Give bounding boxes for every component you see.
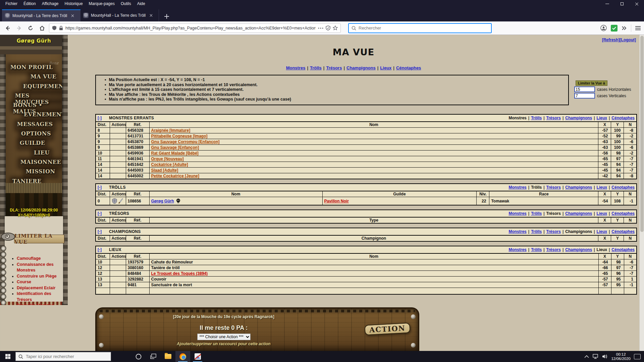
menu-aide[interactable]: Aide xyxy=(135,1,148,7)
firefox-taskbar-button[interactable] xyxy=(175,351,190,362)
link-lieux[interactable]: Lieux xyxy=(597,229,607,234)
menu-marque-pages[interactable]: Marque-pages xyxy=(86,1,117,7)
monster-link[interactable]: Gnu Sauvage [Enfançon] xyxy=(151,145,199,150)
link-lieux[interactable]: Lieux xyxy=(597,116,607,120)
sidebar-item-options[interactable]: OPTIONS xyxy=(19,130,53,139)
nav-champignons[interactable]: Champignons xyxy=(346,65,376,70)
link-lieux[interactable]: Lieux xyxy=(597,211,607,216)
link-monstres[interactable]: Monstres xyxy=(508,185,526,190)
tab-close-icon[interactable] xyxy=(149,13,153,18)
home-icon[interactable] xyxy=(38,24,46,33)
forward-icon[interactable] xyxy=(15,24,23,33)
notification-center-icon[interactable] xyxy=(634,354,641,359)
taskbar-search-input[interactable] xyxy=(26,354,103,359)
link-cenotaphes[interactable]: Cénotaphes xyxy=(611,116,635,120)
task-view-button[interactable] xyxy=(146,351,161,362)
sidebar-item-mes-mouches[interactable]: MES MOUCHES xyxy=(13,92,62,102)
shortcut-course[interactable]: Course xyxy=(17,279,63,285)
monster-link[interactable]: Gnu Sauvage Corrompu [Enfançon] xyxy=(151,139,220,144)
nav-trolls[interactable]: Trölls xyxy=(310,65,322,70)
bookmark-star-icon[interactable] xyxy=(333,25,338,31)
monster-link[interactable]: Cockatrice [Adulte] xyxy=(151,162,188,167)
back-icon[interactable] xyxy=(3,24,12,33)
sword-action-icon[interactable] xyxy=(118,198,123,204)
sidebar-item-bonus-malus[interactable]: BONUS • MALUS xyxy=(11,102,62,111)
guild-link[interactable]: Pavillon Noir xyxy=(324,199,349,203)
troll-link[interactable]: Gørøg Gürh xyxy=(151,199,174,203)
collapse-treasures-link[interactable]: [-] xyxy=(98,211,102,216)
link-trolls[interactable]: Trölls xyxy=(531,211,542,216)
sidebar-item-evenements[interactable]: EVENEMENTS xyxy=(22,111,68,120)
nav-tresors[interactable]: Trésors xyxy=(326,65,342,70)
shortcut-identification-des-tresors[interactable]: Identification des Trésors xyxy=(17,291,63,303)
tab-close-icon[interactable] xyxy=(70,13,75,18)
sidebar-item-equipement[interactable]: EQUIPEMENT xyxy=(21,83,68,92)
nav-lieux[interactable]: Lieux xyxy=(380,65,391,70)
extension-check-icon[interactable] xyxy=(611,25,618,32)
shield-icon[interactable] xyxy=(52,25,57,31)
shortcut-camouflage[interactable]: Camouflage xyxy=(17,256,63,262)
link-tresors[interactable]: Trésors xyxy=(546,247,561,252)
shortcut-construire-un-piege[interactable]: Construire un Piège xyxy=(17,274,63,280)
shortcut-projectile-magique[interactable]: Projectile Magique xyxy=(17,303,63,305)
shortcut-connaissance-des-monstres[interactable]: Connaissance des Monstres xyxy=(17,262,63,274)
link-cenotaphes[interactable]: Cénotaphes xyxy=(611,211,635,216)
link-monstres[interactable]: Monstres xyxy=(508,229,526,234)
search-input[interactable] xyxy=(359,25,479,31)
link-tresors[interactable]: Trésors xyxy=(546,229,561,234)
menu-outils[interactable]: Outils xyxy=(118,1,134,7)
maximize-icon[interactable] xyxy=(614,0,629,7)
menu-historique[interactable]: Historique xyxy=(62,1,86,7)
sidebar-item-messages[interactable]: MESSAGES xyxy=(15,121,55,130)
shortcut-edit-link[interactable]: Ajouter/supprimer un raccourci pour cett… xyxy=(116,342,331,346)
link-tresors[interactable]: Trésors xyxy=(546,185,561,190)
link-champignons[interactable]: Champignons xyxy=(565,185,592,190)
sidebar-item-guilde[interactable]: GUILDE xyxy=(18,139,47,149)
reload-icon[interactable] xyxy=(26,24,35,33)
place-link[interactable]: Le Troquet des Toqués (3894) xyxy=(151,271,208,276)
image-viewer-taskbar-button[interactable] xyxy=(190,351,205,362)
monster-link[interactable]: Pititabeille Cogneuse [Imago] xyxy=(151,134,208,138)
menu-fichier[interactable]: Fichier xyxy=(3,1,20,7)
action-button[interactable]: ACTION xyxy=(364,322,410,335)
link-lieux[interactable]: Lieux xyxy=(597,185,607,190)
monster-link[interactable]: Araignée [Immature] xyxy=(151,128,191,133)
file-explorer-button[interactable] xyxy=(161,351,175,362)
menu-affichage[interactable]: Affichage xyxy=(39,1,61,7)
account-icon[interactable] xyxy=(600,25,607,31)
monster-link[interactable]: Rat Géant Malade [Bébé] xyxy=(151,151,199,156)
monster-link[interactable]: Petite Cockatrice [Jeune] xyxy=(151,174,199,178)
link-trolls[interactable]: Trölls xyxy=(531,247,542,252)
monster-link[interactable]: Orque [Nouveau] xyxy=(151,157,184,161)
link-monstres[interactable]: Monstres xyxy=(508,247,526,252)
menu-edition[interactable]: Édition xyxy=(21,1,39,7)
limiter-la-vue-banner[interactable]: LIMITER LA VUE xyxy=(14,235,64,243)
link-champignons[interactable]: Champignons xyxy=(565,116,592,120)
collapse-trolls-link[interactable]: [-] xyxy=(98,185,102,190)
link-champignons[interactable]: Champignons xyxy=(565,211,592,216)
sidebar-item-mon-profil[interactable]: MON PROFIL xyxy=(8,64,55,73)
link-cenotaphes[interactable]: Cénotaphes xyxy=(611,247,635,252)
logout-link[interactable]: [Logout] xyxy=(620,38,636,42)
volume-icon[interactable] xyxy=(602,354,608,359)
start-button[interactable] xyxy=(0,351,15,362)
link-cenotaphes[interactable]: Cénotaphes xyxy=(611,229,635,234)
sidebar-item-lieu[interactable]: LIEU xyxy=(32,149,52,159)
link-champignons[interactable]: Champignons xyxy=(565,247,592,252)
scrollbar-thumb[interactable] xyxy=(640,36,644,232)
search-bar[interactable] xyxy=(348,23,492,33)
page-actions-icon[interactable] xyxy=(318,27,323,29)
cortana-button[interactable] xyxy=(131,351,146,362)
tray-chevron-icon[interactable] xyxy=(584,355,589,358)
link-trolls[interactable]: Trölls xyxy=(531,229,542,234)
minimize-icon[interactable] xyxy=(600,0,614,7)
shield-action-icon[interactable] xyxy=(112,198,117,204)
collapse-mushrooms-link[interactable]: [-] xyxy=(98,229,102,234)
network-icon[interactable] xyxy=(592,354,598,359)
lock-icon[interactable] xyxy=(59,26,63,31)
overflow-chevron-icon[interactable] xyxy=(622,26,627,31)
monster-link[interactable]: Slaad [Adulte] xyxy=(151,168,178,173)
sidebar-item-maisonnee[interactable]: MAISONNEE xyxy=(18,159,63,168)
taskbar-clock[interactable]: 00:12 12/06/2020 xyxy=(611,352,631,361)
action-select[interactable]: *** Choisir une Action *** xyxy=(197,334,251,340)
